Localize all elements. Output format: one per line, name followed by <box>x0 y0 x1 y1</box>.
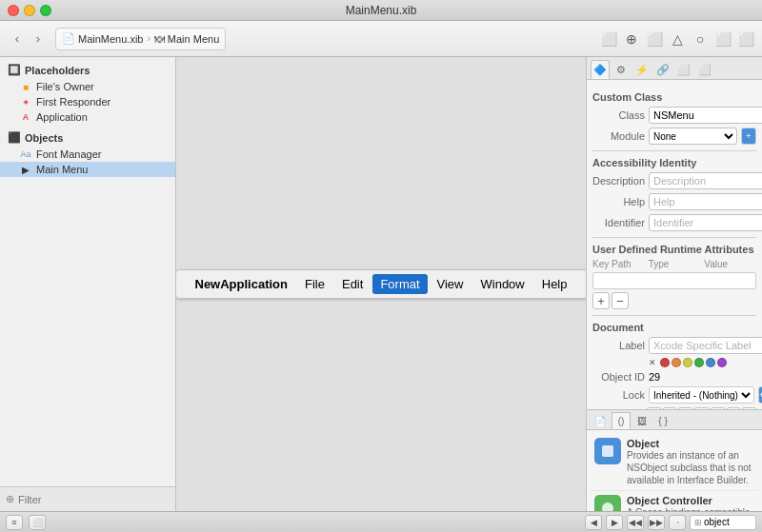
menu-item-app[interactable]: NewApplication <box>188 274 296 294</box>
color-dot-purple[interactable] <box>717 358 727 367</box>
first-responder-label: First Responder <box>36 96 110 108</box>
tab-effects[interactable]: ⬜ <box>695 60 714 79</box>
forward-button[interactable]: › <box>29 30 48 49</box>
close-button[interactable] <box>8 5 19 16</box>
search-input[interactable] <box>704 517 752 527</box>
library-content: Object Provides an instance of an NSObje… <box>587 430 762 511</box>
status-btn-next[interactable]: ▶ <box>606 515 623 530</box>
lib-tab-objects[interactable]: () <box>612 412 631 429</box>
lock-label: Lock <box>592 389 645 401</box>
class-input[interactable] <box>649 107 762 124</box>
tree-item-files-owner[interactable]: ■ File's Owner <box>0 79 175 94</box>
breadcrumb-item-1[interactable]: 📄 MainMenu.xib <box>62 32 143 45</box>
module-add-button[interactable]: + <box>741 128 756 145</box>
menu-item-format[interactable]: Format <box>372 274 427 294</box>
application-icon: A <box>19 112 32 122</box>
files-owner-icon: ■ <box>19 82 32 92</box>
titlebar: MainMenu.xib <box>0 0 762 21</box>
color-dot-blue[interactable] <box>706 358 715 367</box>
lib-tab-media[interactable]: 🖼 <box>632 412 652 429</box>
filter-input[interactable] <box>18 494 170 505</box>
status-right: ◀ ▶ ◀◀ ▶▶ ⬞ ⊞ <box>585 515 756 530</box>
tab-connections[interactable]: ⚡ <box>632 60 652 79</box>
window-title: MainMenu.xib <box>346 4 417 17</box>
status-btn-prev[interactable]: ◀ <box>585 515 602 530</box>
menu-icon: 🍽 <box>154 33 165 45</box>
left-panel-tree: 🔲 Placeholders ■ File's Owner ✦ First Re… <box>0 57 175 486</box>
description-row: Description <box>592 172 756 189</box>
window-controls <box>8 5 51 16</box>
remove-attribute-button[interactable]: − <box>612 292 629 309</box>
identifier-input[interactable] <box>649 214 762 231</box>
user-defined-title: User Defined Runtime Attributes <box>592 244 756 255</box>
tab-bindings[interactable]: 🔗 <box>653 60 672 79</box>
lib-item-object[interactable]: Object Provides an instance of an NSObje… <box>591 434 758 491</box>
font-manager-icon: Aa <box>19 149 32 159</box>
toolbar-icon-1[interactable]: ⬜ <box>600 30 617 48</box>
section-placeholders-label: Placeholders <box>25 65 90 76</box>
toolbar-icon-2[interactable]: ⊕ <box>623 30 640 48</box>
section-objects-label: Objects <box>25 132 63 144</box>
user-defined-table <box>592 272 756 289</box>
status-btn-2[interactable]: ⬜ <box>29 515 46 530</box>
toolbar-icon-4[interactable]: △ <box>669 30 686 48</box>
tree-item-application[interactable]: A Application <box>0 109 175 125</box>
back-button[interactable]: ‹ <box>8 30 27 49</box>
tab-identity[interactable]: 🔷 <box>591 60 610 79</box>
status-btn-next-all[interactable]: ▶▶ <box>648 515 665 530</box>
main-menu-icon: ▶ <box>19 165 32 175</box>
canvas[interactable]: NewApplication File Edit Format View Win… <box>176 57 586 511</box>
lib-desc-object: Provides an instance of an NSObject subc… <box>627 449 754 486</box>
lib-icon-object-controller <box>594 495 621 511</box>
object-id-label: Object ID <box>592 371 645 383</box>
divider-3 <box>592 315 756 316</box>
menu-item-help[interactable]: Help <box>534 274 575 294</box>
lock-select[interactable]: Inherited - (Nothing) <box>649 386 754 404</box>
tab-size[interactable]: ⬜ <box>674 60 693 79</box>
lib-tab-snippets[interactable]: { } <box>653 412 672 429</box>
toolbar-icon-6[interactable]: ⬜ <box>714 30 732 48</box>
menu-item-file[interactable]: File <box>297 274 332 294</box>
menu-item-window[interactable]: Window <box>473 274 532 294</box>
menu-item-view[interactable]: View <box>430 274 471 294</box>
nav-buttons: ‹ › <box>8 30 48 49</box>
search-icon: ⊞ <box>694 518 702 527</box>
col-value: Value <box>704 259 756 269</box>
color-dot-yellow[interactable] <box>683 358 692 367</box>
lib-item-object-controller[interactable]: Object Controller A Cocoa bindings-compa… <box>591 491 758 511</box>
label-input[interactable] <box>649 337 762 354</box>
object-id-row: Object ID 29 <box>592 371 756 383</box>
toolbar-icon-7[interactable]: ⬜ <box>737 30 754 48</box>
color-dot-orange[interactable] <box>672 358 681 367</box>
breadcrumb[interactable]: 📄 MainMenu.xib › 🍽 Main Menu <box>55 28 226 50</box>
status-btn-grid[interactable]: ⬞ <box>669 515 686 530</box>
toolbar-icon-3[interactable]: ⬜ <box>646 30 663 48</box>
tab-attributes[interactable]: ⚙ <box>612 60 631 79</box>
add-attribute-button[interactable]: + <box>592 292 610 309</box>
document-title: Document <box>592 322 756 333</box>
lock-add-button[interactable]: + <box>758 386 762 404</box>
help-input[interactable] <box>649 193 762 210</box>
module-select[interactable]: None <box>649 128 737 145</box>
colors-row: ✕ <box>592 358 756 367</box>
tree-item-font-manager[interactable]: Aa Font Manager <box>0 147 175 162</box>
toolbar-icon-5[interactable]: ○ <box>692 30 709 48</box>
tree-item-main-menu[interactable]: ▶ Main Menu <box>0 162 175 177</box>
breadcrumb-label-1: MainMenu.xib <box>78 33 143 45</box>
menu-item-edit[interactable]: Edit <box>334 274 371 294</box>
tree-item-first-responder[interactable]: ✦ First Responder <box>0 94 175 109</box>
status-btn-1[interactable]: ≡ <box>6 515 23 530</box>
breadcrumb-item-2[interactable]: 🍽 Main Menu <box>154 33 219 45</box>
minimize-button[interactable] <box>24 5 35 16</box>
x-icon[interactable]: ✕ <box>649 358 656 367</box>
left-panel-bottom: ⊕ <box>0 486 175 511</box>
description-input[interactable] <box>649 172 762 189</box>
status-btn-prev-all[interactable]: ◀◀ <box>627 515 644 530</box>
maximize-button[interactable] <box>40 5 51 16</box>
help-row: Help <box>592 193 756 210</box>
lib-tab-file[interactable]: 📄 <box>591 412 610 429</box>
color-dot-red[interactable] <box>660 358 670 367</box>
document-section: Document Label ✕ <box>592 322 756 409</box>
color-dot-green[interactable] <box>694 358 704 367</box>
inspector-tabs: 🔷 ⚙ ⚡ 🔗 ⬜ ⬜ <box>587 57 762 80</box>
